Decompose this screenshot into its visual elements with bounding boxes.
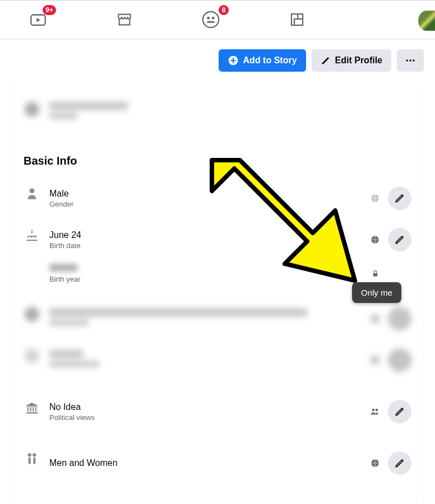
svg-rect-14 xyxy=(373,273,377,277)
gaming-icon xyxy=(289,11,306,28)
svg-point-7 xyxy=(409,59,411,61)
edit-profile-label: Edit Profile xyxy=(335,55,382,66)
svg-point-20 xyxy=(372,409,375,412)
svg-point-1 xyxy=(203,12,219,27)
top-nav: 9+ 8 xyxy=(0,0,435,39)
blurred-entry xyxy=(24,93,411,131)
cake-icon xyxy=(24,228,40,244)
privacy-public-birthdate[interactable] xyxy=(370,235,380,245)
svg-point-3 xyxy=(212,17,215,20)
svg-point-21 xyxy=(376,409,378,412)
interested-value: Men and Women xyxy=(49,458,370,468)
nav-groups[interactable]: 8 xyxy=(201,10,221,30)
nav-items: 9+ 8 xyxy=(17,10,307,30)
row-birth-year: Birth year Only me xyxy=(24,260,411,292)
blurred-religion-row xyxy=(24,339,411,381)
birth-date-label: Birth date xyxy=(49,241,370,250)
svg-point-8 xyxy=(413,59,414,61)
svg-rect-24 xyxy=(29,458,31,464)
privacy-friends-political[interactable] xyxy=(370,407,380,417)
privacy-onlyme-birthyear[interactable] xyxy=(370,269,380,279)
pencil-icon xyxy=(321,55,331,66)
birth-date-value: June 24 xyxy=(49,230,370,240)
svg-rect-16 xyxy=(30,407,31,412)
svg-point-22 xyxy=(27,453,31,457)
svg-rect-12 xyxy=(27,240,38,241)
globe-icon xyxy=(371,194,380,203)
about-card: Basic Info Male Gender June 24 Birth dat… xyxy=(12,82,423,504)
section-title: Basic Info xyxy=(24,155,411,167)
groups-badge: 8 xyxy=(219,5,229,15)
political-label: Political views xyxy=(49,413,370,422)
nav-watch[interactable]: 9+ xyxy=(28,10,48,30)
privacy-public-interested[interactable] xyxy=(370,458,380,468)
more-button[interactable] xyxy=(397,49,424,72)
svg-rect-25 xyxy=(33,458,35,464)
svg-point-6 xyxy=(406,59,408,61)
watch-badge: 9+ xyxy=(43,5,56,15)
row-gender: Male Gender xyxy=(24,178,411,219)
add-to-story-label: Add to Story xyxy=(243,55,297,66)
avatar[interactable] xyxy=(418,11,435,31)
gender-value: Male xyxy=(49,189,370,199)
friends-icon xyxy=(370,408,380,416)
pencil-icon xyxy=(394,234,405,245)
nav-marketplace[interactable] xyxy=(114,10,135,30)
pencil-icon xyxy=(394,193,405,204)
edit-birthdate-button[interactable] xyxy=(388,228,411,251)
row-political: No Idea Political views xyxy=(24,391,411,432)
edit-interested-button[interactable] xyxy=(388,451,411,475)
groups-icon xyxy=(201,10,220,29)
pencil-icon xyxy=(394,458,405,469)
row-interested: Men and Women xyxy=(24,442,411,484)
blurred-language-row xyxy=(24,298,411,339)
svg-rect-15 xyxy=(27,407,29,412)
action-row: Add to Story Edit Profile xyxy=(0,39,435,82)
gender-label: Gender xyxy=(49,200,370,208)
pencil-icon xyxy=(394,406,405,417)
dots-icon xyxy=(405,55,416,66)
svg-rect-19 xyxy=(26,412,38,413)
add-to-story-button[interactable]: Add to Story xyxy=(219,49,306,72)
gender-icon xyxy=(24,186,40,201)
edit-profile-button[interactable]: Edit Profile xyxy=(312,49,391,72)
row-birth-date: June 24 Birth date xyxy=(24,219,411,260)
svg-rect-17 xyxy=(33,407,34,412)
birth-year-label: Birth year xyxy=(49,275,370,283)
svg-point-9 xyxy=(30,188,35,193)
political-icon xyxy=(24,400,40,416)
svg-rect-18 xyxy=(35,407,36,412)
globe-icon xyxy=(371,235,380,244)
svg-point-23 xyxy=(33,453,36,457)
political-value: No Idea xyxy=(49,402,370,412)
lock-icon xyxy=(371,269,380,278)
svg-point-2 xyxy=(207,17,210,20)
edit-gender-button[interactable] xyxy=(388,186,411,210)
svg-rect-4 xyxy=(291,14,303,25)
edit-political-button[interactable] xyxy=(388,400,411,423)
birth-year-value xyxy=(49,264,370,272)
svg-rect-11 xyxy=(31,231,33,234)
interested-icon xyxy=(24,451,40,466)
marketplace-icon xyxy=(115,11,133,29)
privacy-public-gender[interactable] xyxy=(370,193,380,203)
plus-circle-icon xyxy=(228,55,239,66)
globe-icon xyxy=(371,459,380,468)
nav-gaming[interactable] xyxy=(287,10,307,30)
